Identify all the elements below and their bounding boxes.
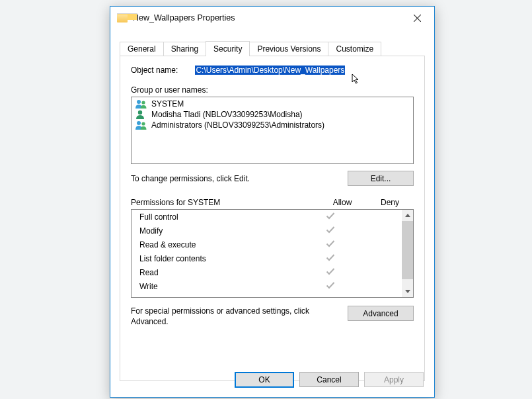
permission-name: List folder contents xyxy=(139,254,307,263)
advanced-button[interactable]: Advanced xyxy=(348,306,414,321)
allow-cell xyxy=(307,226,354,236)
object-path[interactable]: C:\Users\Admin\Desktop\New_Wallpapers xyxy=(195,66,345,75)
permission-row: List folder contents xyxy=(132,251,402,265)
list-item[interactable]: SYSTEM xyxy=(132,99,413,109)
tab-previous-versions[interactable]: Previous Versions xyxy=(249,42,328,56)
properties-dialog: New_Wallpapers Properties General Sharin… xyxy=(110,6,435,398)
ok-button[interactable]: OK xyxy=(235,372,294,388)
cancel-button[interactable]: Cancel xyxy=(299,372,359,387)
scroll-up-button[interactable] xyxy=(402,210,413,221)
scroll-thumb[interactable] xyxy=(402,221,413,279)
tab-customize[interactable]: Customize xyxy=(328,42,381,56)
edit-hint-label: To change permissions, click Edit. xyxy=(131,174,341,183)
window-title: New_Wallpapers Properties xyxy=(133,13,235,22)
allow-cell xyxy=(307,253,354,263)
allow-cell xyxy=(307,240,354,249)
check-icon xyxy=(326,212,335,220)
permissions-listbox[interactable]: Full controlModifyRead & executeList fol… xyxy=(131,209,414,298)
titlebar: New_Wallpapers Properties xyxy=(110,7,434,29)
principal-name: Administrators (NBLOV33099253\Administra… xyxy=(151,120,324,130)
check-icon xyxy=(326,226,335,234)
user-icon xyxy=(135,110,147,119)
close-icon xyxy=(414,15,421,22)
permission-row: Read & execute xyxy=(132,238,402,251)
allow-cell xyxy=(307,212,354,222)
apply-button[interactable]: Apply xyxy=(364,372,424,387)
permission-row: Full control xyxy=(132,210,402,224)
advanced-hint-label: For special permissions or advanced sett… xyxy=(131,306,341,327)
list-item[interactable]: Modisha Tladi (NBLOV33099253\Modisha) xyxy=(132,109,413,120)
object-name-label: Object name: xyxy=(131,66,178,75)
scroll-down-button[interactable] xyxy=(402,286,413,297)
dialog-footer: OK Cancel Apply xyxy=(235,372,424,388)
permission-row: Write xyxy=(132,279,402,293)
edit-button[interactable]: Edit... xyxy=(348,171,414,186)
list-item[interactable]: Administrators (NBLOV33099253\Administra… xyxy=(132,120,413,130)
tab-sharing[interactable]: Sharing xyxy=(163,42,206,56)
check-icon xyxy=(326,267,335,275)
users-group-icon xyxy=(135,120,147,130)
check-icon xyxy=(326,240,335,247)
tab-strip: General Sharing Security Previous Versio… xyxy=(120,40,425,56)
scrollbar[interactable] xyxy=(402,210,413,297)
check-icon xyxy=(326,281,335,289)
principal-name: SYSTEM xyxy=(151,99,184,109)
folder-icon xyxy=(117,13,128,22)
tab-security[interactable]: Security xyxy=(206,41,250,56)
check-icon xyxy=(326,253,335,261)
permission-name: Write xyxy=(139,282,307,291)
permission-name: Full control xyxy=(139,212,307,222)
permission-row: Read xyxy=(132,265,402,279)
principals-listbox[interactable]: SYSTEMModisha Tladi (NBLOV33099253\Modis… xyxy=(131,97,414,164)
chevron-down-icon xyxy=(405,290,410,293)
scroll-track[interactable] xyxy=(402,221,413,286)
security-panel: Object name: C:\Users\Admin\Desktop\New_… xyxy=(120,56,425,381)
tab-general[interactable]: General xyxy=(120,42,164,56)
close-button[interactable] xyxy=(402,8,432,28)
principal-name: Modisha Tladi (NBLOV33099253\Modisha) xyxy=(151,110,303,119)
deny-header: Deny xyxy=(366,198,414,207)
permission-name: Read xyxy=(139,268,307,277)
users-group-icon xyxy=(135,99,147,109)
allow-cell xyxy=(307,267,354,277)
allow-header: Allow xyxy=(319,198,366,207)
permission-name: Modify xyxy=(139,226,307,236)
permission-row: Modify xyxy=(132,224,402,238)
chevron-up-icon xyxy=(405,214,410,217)
permission-name: Read & execute xyxy=(139,240,307,249)
group-or-user-names-label: Group or user names: xyxy=(131,85,414,95)
permissions-for-label: Permissions for SYSTEM xyxy=(131,198,319,207)
allow-cell xyxy=(307,281,354,291)
